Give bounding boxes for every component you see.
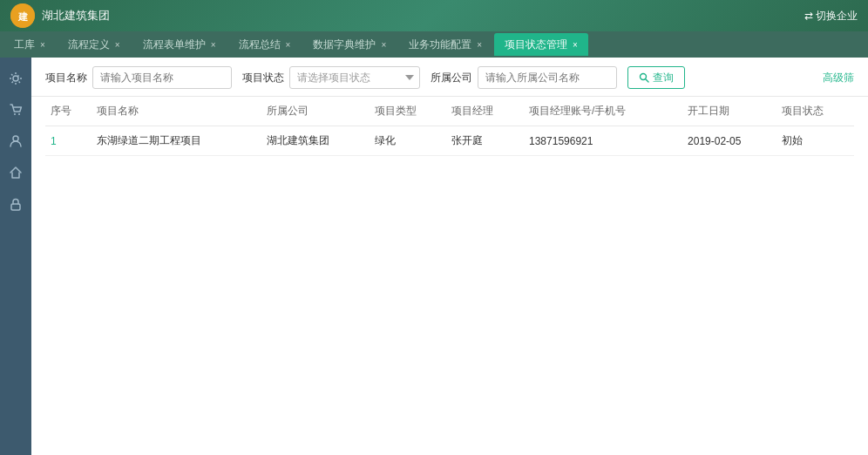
tab-gongku[interactable]: 工库 × (3, 33, 56, 56)
tab-gongku-label: 工库 (14, 37, 35, 52)
col-status: 项目状态 (776, 97, 854, 126)
svg-line-8 (646, 79, 648, 82)
svg-point-4 (18, 113, 20, 115)
col-start-date: 开工日期 (682, 97, 776, 126)
sidebar-icon-lock[interactable] (2, 190, 30, 218)
cell-6: 2019-02-05 (682, 126, 776, 156)
tab-liuchengjieguo[interactable]: 流程总结 × (228, 33, 302, 56)
sidebar-icon-cart[interactable] (2, 96, 30, 124)
tab-liuchengjieguo-label: 流程总结 (239, 37, 281, 52)
app-logo: 建 (10, 3, 35, 28)
tab-yewugongneng-label: 业务功能配置 (409, 37, 471, 52)
tab-liuchengjieguo-close[interactable]: × (286, 40, 291, 50)
tab-liuchengdingyi[interactable]: 流程定义 × (58, 33, 131, 56)
search-button[interactable]: 查询 (627, 66, 685, 89)
sidebar-icon-settings[interactable] (2, 65, 30, 92)
cell-5: 13871596921 (524, 126, 682, 156)
filter-group-name: 项目名称 (45, 66, 232, 89)
tab-liuchengdingyi-label: 流程定义 (68, 37, 110, 52)
cell-1: 东湖绿道二期工程项目 (92, 126, 261, 156)
tab-shujuzidian-label: 数据字典维护 (313, 37, 376, 52)
svg-text:建: 建 (17, 11, 28, 22)
app-header: 建 湖北建筑集团 ⇄ 切换企业 (0, 0, 868, 31)
sidebar-icon-home[interactable] (2, 159, 30, 187)
company-label: 所属公司 (431, 71, 472, 85)
cell-4: 张开庭 (446, 126, 524, 156)
tab-gongku-close[interactable]: × (40, 40, 45, 50)
tab-yewugongneng[interactable]: 业务功能配置 × (398, 33, 492, 56)
col-contact: 项目经理账号/手机号 (524, 97, 682, 126)
cell-2: 湖北建筑集团 (261, 126, 370, 156)
company-name: 湖北建筑集团 (42, 8, 110, 24)
company-input[interactable] (478, 66, 617, 89)
main-content: 项目名称 项目状态 请选择项目状态 所属公司 查询 高级筛 (31, 58, 868, 455)
cell-3: 绿化 (370, 126, 447, 156)
tab-xiangmuzhuangtai[interactable]: 项目状态管理 × (494, 33, 588, 56)
table-row[interactable]: 1东湖绿道二期工程项目湖北建筑集团绿化张开庭138715969212019-02… (45, 126, 854, 156)
sidebar-icon-user[interactable] (2, 127, 30, 155)
tab-liuchengbiaodan[interactable]: 流程表单维护 × (132, 33, 227, 56)
tab-shujuzidian-close[interactable]: × (381, 40, 386, 50)
cell-0: 1 (45, 126, 92, 156)
col-manager: 项目经理 (446, 97, 524, 126)
svg-point-5 (13, 136, 18, 141)
app-body: 项目名称 项目状态 请选择项目状态 所属公司 查询 高级筛 (0, 58, 868, 455)
tab-liuchengbiaodan-label: 流程表单维护 (143, 37, 206, 52)
tab-xiangmuzhuangtai-label: 项目状态管理 (505, 37, 567, 52)
tab-yewugongneng-close[interactable]: × (477, 40, 482, 50)
switch-label[interactable]: 切换企业 (816, 10, 858, 22)
filter-group-status: 项目状态 请选择项目状态 (242, 66, 420, 89)
table-header-row: 序号 项目名称 所属公司 项目类型 项目经理 项目经理账号/手机号 开工日期 项… (45, 97, 854, 126)
project-status-select[interactable]: 请选择项目状态 (289, 66, 420, 89)
project-table: 序号 项目名称 所属公司 项目类型 项目经理 项目经理账号/手机号 开工日期 项… (45, 97, 854, 156)
table-wrapper: 序号 项目名称 所属公司 项目类型 项目经理 项目经理账号/手机号 开工日期 项… (31, 97, 868, 455)
tab-shujuzidian[interactable]: 数据字典维护 × (302, 33, 397, 56)
col-type: 项目类型 (370, 97, 447, 126)
search-icon (639, 72, 649, 83)
project-status-label: 项目状态 (242, 71, 284, 85)
tab-bar: 工库 × 流程定义 × 流程表单维护 × 流程总结 × 数据字典维护 × 业务功… (0, 31, 868, 58)
filter-bar: 项目名称 项目状态 请选择项目状态 所属公司 查询 高级筛 (31, 58, 868, 97)
tab-liuchengbiaodan-close[interactable]: × (211, 40, 216, 50)
tab-xiangmuzhuangtai-close[interactable]: × (573, 40, 578, 50)
col-project-name: 项目名称 (92, 97, 261, 126)
project-name-label: 项目名称 (45, 71, 87, 85)
col-company: 所属公司 (261, 97, 370, 126)
filter-group-company: 所属公司 (431, 66, 617, 89)
svg-point-3 (14, 113, 16, 115)
tab-liuchengdingyi-close[interactable]: × (115, 40, 120, 50)
switch-enterprise[interactable]: ⇄ 切换企业 (804, 9, 858, 24)
col-index: 序号 (45, 97, 92, 126)
cell-7: 初始 (776, 126, 854, 156)
advanced-filter-link[interactable]: 高级筛 (823, 71, 854, 85)
switch-icon: ⇄ (804, 10, 816, 22)
svg-point-7 (641, 74, 647, 80)
header-left: 建 湖北建筑集团 (10, 3, 110, 28)
search-btn-label: 查询 (653, 71, 674, 85)
sidebar (0, 58, 31, 455)
svg-rect-6 (11, 204, 20, 210)
svg-point-2 (13, 76, 18, 81)
project-name-input[interactable] (92, 66, 232, 89)
